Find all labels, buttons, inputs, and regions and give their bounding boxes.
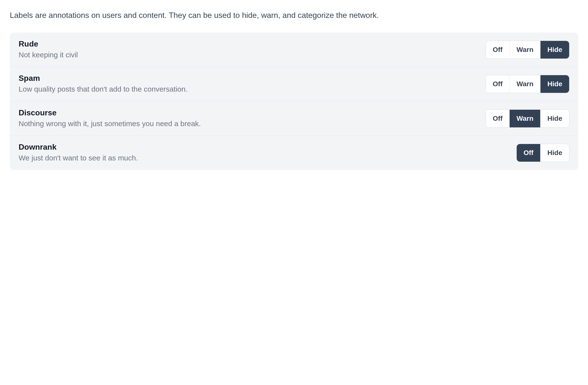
label-title: Spam xyxy=(19,74,478,83)
label-title: Downrank xyxy=(19,142,509,152)
label-toggle-rude: Off Warn Hide xyxy=(485,41,569,59)
label-row-downrank: Downrank We just don't want to see it as… xyxy=(10,136,578,170)
labels-description: Labels are annotations on users and cont… xyxy=(10,10,578,21)
toggle-hide[interactable]: Hide xyxy=(540,110,569,127)
label-desc: Nothing wrong with it, just sometimes yo… xyxy=(19,119,478,129)
toggle-off[interactable]: Off xyxy=(517,144,540,162)
label-row-spam: Spam Low quality posts that don't add to… xyxy=(10,67,578,101)
label-text: Rude Not keeping it civil xyxy=(19,40,478,60)
label-text: Spam Low quality posts that don't add to… xyxy=(19,74,478,94)
label-row-rude: Rude Not keeping it civil Off Warn Hide xyxy=(10,33,578,67)
toggle-off[interactable]: Off xyxy=(486,41,509,59)
label-row-discourse: Discourse Nothing wrong with it, just so… xyxy=(10,101,578,136)
label-title: Discourse xyxy=(19,108,478,117)
toggle-hide[interactable]: Hide xyxy=(540,75,569,93)
label-text: Discourse Nothing wrong with it, just so… xyxy=(19,108,478,129)
label-desc: We just don't want to see it as much. xyxy=(19,153,509,163)
toggle-warn[interactable]: Warn xyxy=(509,75,540,93)
toggle-hide[interactable]: Hide xyxy=(540,144,569,162)
label-desc: Low quality posts that don't add to the … xyxy=(19,84,478,94)
toggle-warn[interactable]: Warn xyxy=(509,110,540,127)
toggle-off[interactable]: Off xyxy=(486,110,509,127)
label-desc: Not keeping it civil xyxy=(19,50,478,60)
label-toggle-downrank: Off Hide xyxy=(516,144,569,162)
labels-panel: Rude Not keeping it civil Off Warn Hide … xyxy=(10,33,578,170)
toggle-hide[interactable]: Hide xyxy=(540,41,569,59)
label-toggle-discourse: Off Warn Hide xyxy=(485,109,569,128)
label-text: Downrank We just don't want to see it as… xyxy=(19,142,509,163)
toggle-off[interactable]: Off xyxy=(486,75,509,93)
toggle-warn[interactable]: Warn xyxy=(509,41,540,59)
label-toggle-spam: Off Warn Hide xyxy=(485,75,569,93)
label-title: Rude xyxy=(19,40,478,48)
